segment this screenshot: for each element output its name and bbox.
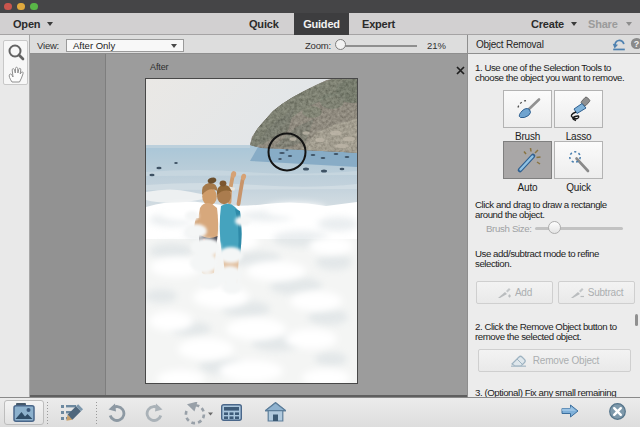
svg-text:?: ? (634, 39, 640, 49)
